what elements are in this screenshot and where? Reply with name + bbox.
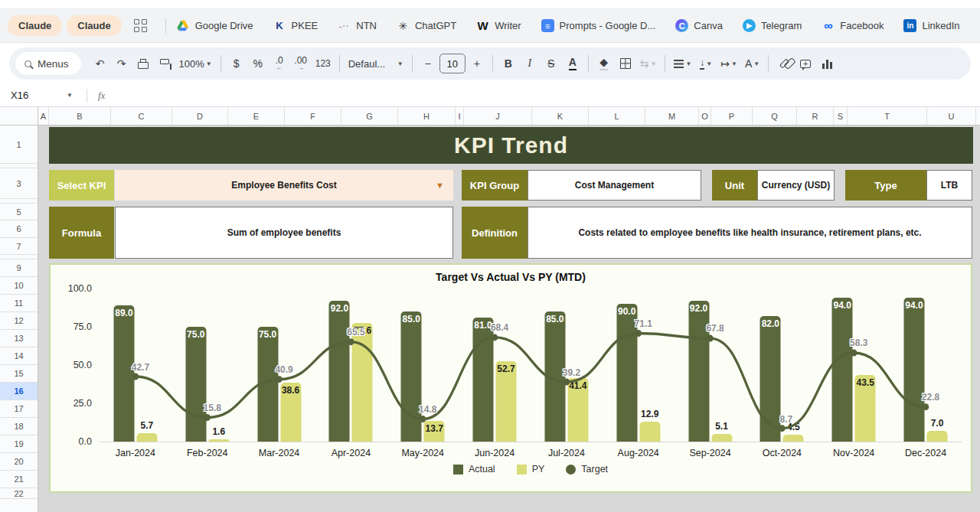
bookmark-item[interactable]: WWriter	[476, 19, 521, 32]
select-all-corner[interactable]	[0, 107, 38, 125]
borders-button[interactable]	[616, 53, 635, 74]
py-bar[interactable]: 77.6	[352, 323, 373, 442]
py-bar[interactable]: 43.5	[855, 375, 876, 442]
insert-link-button[interactable]	[774, 53, 794, 74]
column-header-P[interactable]: P	[711, 107, 753, 125]
row-header-19[interactable]: 19	[0, 435, 38, 453]
row-header-17[interactable]: 17	[0, 400, 38, 418]
actual-bar[interactable]: 75.0	[257, 327, 278, 442]
kpi-select-dropdown[interactable]: Employee Benefits Cost ▼	[115, 170, 453, 201]
bookmark-pill-claude-1[interactable]: Claude	[8, 15, 62, 36]
py-bar[interactable]: 12.9	[639, 422, 660, 442]
actual-bar[interactable]: 92.0	[329, 301, 350, 442]
bookmark-item[interactable]: KPKEE	[273, 19, 318, 32]
italic-button[interactable]: I	[520, 53, 540, 74]
py-bar[interactable]: 7.0	[927, 431, 948, 442]
zoom-select[interactable]: 100%▼	[176, 53, 215, 74]
row-header-6[interactable]: 6	[0, 220, 38, 238]
bookmark-item[interactable]: -··NTN	[338, 19, 377, 32]
redo-button[interactable]: ↷	[112, 53, 132, 74]
decrease-font-size-button[interactable]: −	[418, 53, 438, 74]
actual-bar[interactable]: 82.0	[760, 316, 781, 442]
bookmark-item[interactable]: ≡Prompts - Google D...	[541, 19, 656, 32]
bookmark-pill-claude-2[interactable]: Claude	[67, 15, 121, 36]
increase-font-size-button[interactable]: +	[467, 53, 487, 74]
actual-bar[interactable]: 81.0	[473, 318, 494, 442]
text-rotation-button[interactable]: A▼	[742, 53, 763, 74]
column-header-O[interactable]: O	[699, 107, 711, 125]
column-header-A[interactable]: A	[38, 107, 49, 125]
undo-button[interactable]: ↶	[90, 53, 110, 74]
row-header-15[interactable]: 15	[0, 365, 38, 383]
column-header-G[interactable]: G	[341, 107, 398, 125]
menus-search[interactable]: Menus	[15, 52, 81, 75]
fill-color-button[interactable]: ◆	[594, 53, 614, 74]
insert-comment-button[interactable]: +	[795, 53, 815, 74]
decrease-decimal-button[interactable]: .0←	[270, 53, 289, 74]
row-header-5[interactable]: 5	[0, 204, 38, 220]
row-header-7[interactable]: 7	[0, 238, 38, 255]
py-bar[interactable]: 41.4	[567, 378, 588, 442]
vertical-align-button[interactable]: ↓▼	[696, 53, 716, 74]
font-size-input[interactable]: 10	[439, 54, 466, 73]
number-format-button[interactable]: 123	[312, 53, 334, 74]
py-bar[interactable]: 38.6	[280, 383, 301, 442]
row-header-1[interactable]: 1	[0, 126, 38, 164]
actual-bar[interactable]: 94.0	[832, 298, 853, 442]
text-color-button[interactable]: A	[563, 53, 583, 74]
print-button[interactable]	[133, 53, 153, 74]
py-bar[interactable]: 13.7	[424, 421, 445, 442]
py-bar[interactable]: 5.7	[136, 433, 157, 442]
column-header-F[interactable]: F	[285, 107, 341, 125]
merge-cells-button[interactable]: ⇆▼	[637, 53, 660, 74]
font-select[interactable]: Defaul...▼	[345, 53, 407, 74]
insert-chart-button[interactable]	[817, 53, 837, 74]
row-header-9[interactable]: 9	[0, 259, 38, 277]
strikethrough-button[interactable]: S	[541, 53, 561, 74]
column-header-T[interactable]: T	[848, 107, 927, 125]
bookmark-item[interactable]: ✳ChatGPT	[397, 19, 456, 32]
bookmark-item[interactable]: Telegram	[743, 19, 802, 32]
bookmark-item[interactable]: ∞Facebook	[822, 19, 884, 32]
column-header-I[interactable]: I	[456, 107, 464, 125]
horizontal-align-button[interactable]: ▼	[671, 53, 694, 74]
column-header-J[interactable]: J	[464, 107, 532, 125]
py-bar[interactable]: 52.7	[496, 361, 517, 442]
bookmark-item[interactable]: Google Drive	[177, 19, 253, 32]
row-header-16[interactable]: 16	[0, 383, 38, 400]
row-header-12[interactable]: 12	[0, 312, 38, 330]
py-bar[interactable]: 5.1	[711, 434, 732, 442]
increase-decimal-button[interactable]: .00→	[291, 53, 311, 74]
row-header-3[interactable]: 3	[0, 168, 38, 199]
column-header-B[interactable]: B	[49, 107, 111, 125]
column-header-U[interactable]: U	[927, 107, 976, 125]
bookmark-item[interactable]: inLinkedIn	[903, 19, 959, 32]
column-header-E[interactable]: E	[228, 107, 285, 125]
format-currency-button[interactable]: $	[227, 53, 247, 74]
column-header-L[interactable]: L	[589, 107, 645, 125]
row-header-14[interactable]: 14	[0, 347, 38, 365]
actual-bar[interactable]: 85.0	[544, 311, 565, 442]
apps-grid-icon[interactable]	[134, 19, 147, 32]
row-header-11[interactable]: 11	[0, 295, 38, 312]
actual-bar[interactable]: 94.0	[904, 298, 925, 442]
row-header-22[interactable]: 22	[0, 488, 38, 499]
bookmark-item[interactable]: CCanva	[675, 19, 723, 32]
format-percent-button[interactable]: %	[248, 53, 268, 74]
column-header-K[interactable]: K	[532, 107, 589, 125]
column-header-C[interactable]: C	[111, 107, 172, 125]
row-header-21[interactable]: 21	[0, 471, 38, 488]
column-header-R[interactable]: R	[797, 107, 834, 125]
row-header-10[interactable]: 10	[0, 277, 38, 295]
py-bar[interactable]: 1.6	[208, 439, 229, 442]
actual-bar[interactable]: 89.0	[113, 305, 134, 442]
actual-bar[interactable]: 75.0	[185, 327, 206, 442]
row-header-18[interactable]: 18	[0, 418, 38, 435]
py-bar[interactable]: 4.5	[783, 435, 804, 442]
row-header-20[interactable]: 20	[0, 453, 38, 471]
name-box[interactable]: X16 ▼	[0, 90, 80, 101]
text-wrap-button[interactable]: ↦▼	[717, 53, 740, 74]
row-header-13[interactable]: 13	[0, 330, 38, 347]
column-header-S[interactable]: S	[834, 107, 848, 125]
column-header-Q[interactable]: Q	[753, 107, 797, 125]
